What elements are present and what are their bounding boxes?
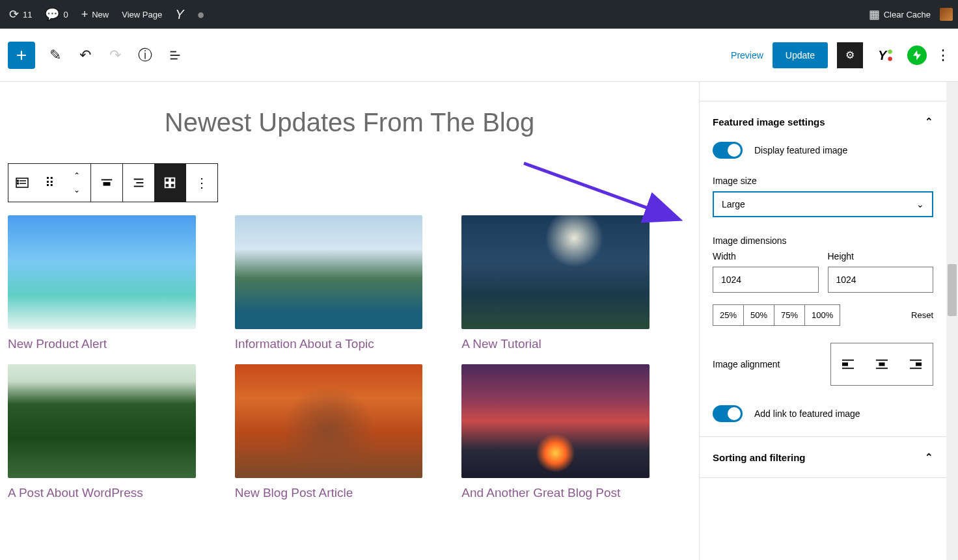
editor-canvas[interactable]: Newest Updates From The Blog ⠿ ⌃⌄ [0, 82, 699, 560]
admin-view-page[interactable]: View Page [118, 10, 166, 20]
comments-count: 0 [63, 10, 68, 20]
admin-comments[interactable]: 💬 0 [41, 7, 72, 21]
grid-view-button[interactable] [154, 164, 185, 202]
jetpack-button[interactable] [907, 46, 927, 65]
chevron-up-icon: ⌃ [74, 172, 80, 180]
admin-dot[interactable]: ● [193, 7, 209, 22]
plus-icon: + [81, 8, 89, 21]
outline-icon[interactable] [165, 46, 185, 65]
post-card[interactable]: New Product Alert [8, 215, 196, 351]
yoast-button[interactable]: Y [872, 42, 898, 68]
admin-new[interactable]: + New [77, 8, 113, 21]
post-title[interactable]: And Another Great Blog Post [461, 486, 650, 500]
preview-link[interactable]: Preview [731, 50, 763, 60]
align-right-button[interactable] [899, 343, 933, 385]
admin-yoast[interactable]: Y [171, 7, 187, 22]
more-menu[interactable]: ⋮ [936, 47, 950, 64]
sorting-panel-title: Sorting and filtering [713, 452, 806, 463]
reset-link[interactable]: Reset [911, 310, 933, 320]
image-size-select[interactable]: Large ⌄ [713, 191, 933, 217]
height-label: Height [828, 251, 934, 261]
block-toolbar: ⠿ ⌃⌄ ⋮ [8, 163, 699, 202]
view-page-label: View Page [122, 10, 162, 20]
svg-rect-19 [171, 178, 174, 182]
undo-icon[interactable]: ↶ [75, 46, 95, 65]
image-size-value: Large [722, 199, 745, 209]
pct-25-button[interactable]: 25% [713, 305, 744, 325]
width-input[interactable] [713, 267, 819, 293]
chevron-up-icon: ⌃ [925, 116, 933, 127]
post-card[interactable]: Information About a Topic [235, 215, 423, 351]
svg-point-4 [888, 49, 892, 54]
align-button[interactable] [91, 164, 122, 202]
new-label: New [92, 10, 109, 20]
post-card[interactable]: And Another Great Blog Post [461, 364, 650, 500]
display-featured-toggle[interactable] [713, 142, 743, 159]
post-image[interactable] [8, 364, 196, 478]
list-view-button[interactable] [123, 164, 154, 202]
chevron-up-icon: ⌃ [925, 451, 933, 463]
svg-rect-20 [165, 183, 169, 187]
redo-icon[interactable]: ↷ [105, 46, 125, 65]
post-image[interactable] [461, 364, 650, 478]
gear-icon: ⚙ [845, 49, 855, 61]
post-image[interactable] [235, 364, 423, 478]
featured-image-panel-header[interactable]: Featured image settings ⌃ [713, 116, 933, 127]
editor-toolbar: + ✎ ↶ ↷ ⓘ Preview Update ⚙ Y ⋮ [0, 29, 958, 82]
post-title[interactable]: Information About a Topic [235, 337, 423, 351]
add-link-toggle[interactable] [713, 405, 743, 422]
block-type-icon[interactable] [8, 164, 36, 202]
pct-75-button[interactable]: 75% [774, 305, 805, 325]
cache-icon: ▦ [869, 7, 880, 21]
svg-point-10 [18, 180, 19, 181]
comment-icon: 💬 [45, 7, 59, 21]
svg-rect-13 [103, 182, 111, 186]
pct-50-button[interactable]: 50% [744, 305, 774, 325]
chevron-down-icon: ⌄ [916, 199, 924, 209]
height-input[interactable] [828, 267, 934, 293]
move-arrows[interactable]: ⌃⌄ [63, 164, 90, 202]
add-block-button[interactable]: + [8, 42, 35, 69]
clear-cache-label: Clear Cache [884, 10, 931, 20]
align-left-button[interactable] [831, 343, 865, 385]
drag-handle-icon[interactable]: ⠿ [36, 164, 63, 202]
display-featured-label: Display featured image [754, 145, 847, 155]
sorting-panel-header[interactable]: Sorting and filtering ⌃ [700, 437, 946, 478]
post-image[interactable] [461, 215, 650, 329]
svg-rect-30 [910, 360, 922, 361]
svg-rect-14 [102, 187, 113, 188]
admin-clear-cache[interactable]: ▦ Clear Cache [865, 7, 935, 21]
dot-icon: ● [197, 7, 205, 22]
page-title[interactable]: Newest Updates From The Blog [0, 108, 699, 137]
svg-point-11 [18, 183, 19, 184]
updates-count: 11 [23, 10, 32, 20]
post-card[interactable]: A Post About WordPress [8, 364, 196, 500]
post-title[interactable]: New Blog Post Article [235, 486, 423, 500]
image-size-label: Image size [713, 176, 933, 186]
post-card[interactable]: A New Tutorial [461, 215, 650, 351]
update-button[interactable]: Update [773, 42, 828, 68]
svg-rect-32 [910, 367, 922, 369]
pct-100-button[interactable]: 100% [805, 305, 840, 325]
svg-point-5 [888, 57, 892, 61]
page-scrollbar[interactable] [946, 82, 958, 560]
svg-text:Y: Y [878, 47, 888, 62]
post-image[interactable] [235, 215, 423, 329]
user-avatar[interactable] [940, 8, 953, 21]
post-card[interactable]: New Blog Post Article [235, 364, 423, 500]
settings-button[interactable]: ⚙ [837, 42, 863, 68]
post-title[interactable]: A New Tutorial [461, 337, 650, 351]
post-image[interactable] [8, 215, 196, 329]
refresh-icon: ⟳ [9, 7, 19, 21]
panel-title: Featured image settings [713, 116, 825, 127]
align-center-button[interactable] [865, 343, 899, 385]
post-title[interactable]: A Post About WordPress [8, 486, 196, 500]
post-title[interactable]: New Product Alert [8, 337, 196, 351]
image-dimensions-label: Image dimensions [713, 235, 933, 246]
svg-rect-26 [842, 367, 854, 369]
edit-icon[interactable]: ✎ [46, 46, 65, 65]
size-preset-group: 25% 50% 75% 100% [713, 304, 840, 326]
admin-updates[interactable]: ⟳ 11 [5, 7, 36, 21]
info-icon[interactable]: ⓘ [135, 46, 155, 65]
block-more-menu[interactable]: ⋮ [186, 164, 217, 202]
